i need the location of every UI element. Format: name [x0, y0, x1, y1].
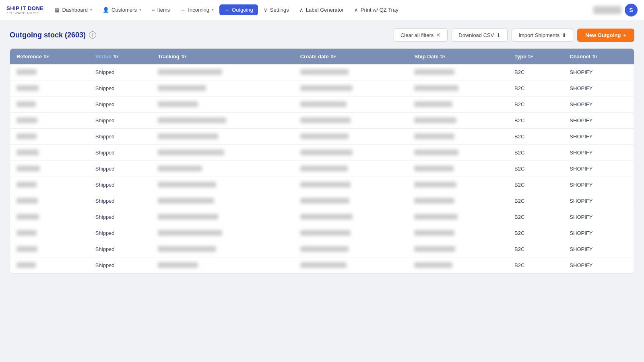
cell-tracking: xxx: [151, 129, 294, 145]
column-label-reference: Reference: [17, 53, 42, 60]
table-row[interactable]: xxxShippedxxxxxxxxxB2CSHOPIFY: [10, 129, 634, 145]
nav-item-label-label-generator: Label Generator: [306, 7, 344, 13]
cell-type: B2C: [508, 129, 563, 145]
cell-tracking: xxx: [151, 177, 294, 193]
cell-channel: SHOPIFY: [563, 80, 634, 97]
customers-icon: 👤: [103, 7, 109, 13]
upload-icon: ⬆: [562, 32, 566, 38]
create-date-value: xxx: [300, 262, 347, 268]
sidebar-item-items[interactable]: ≡ Items: [147, 4, 175, 15]
column-header-ship_date[interactable]: Ship Date ⇅▾: [408, 49, 508, 64]
cell-reference: xxx: [10, 225, 89, 241]
table-row[interactable]: xxxShippedxxxxxxxxxB2CSHOPIFY: [10, 241, 634, 257]
cell-tracking: xxx: [151, 257, 294, 274]
channel-value: SHOPIFY: [570, 214, 592, 220]
cell-type: B2C: [508, 113, 563, 129]
reference-value: xxx: [17, 166, 40, 171]
sidebar-item-dashboard[interactable]: ▦ Dashboard ▾: [50, 4, 97, 15]
column-header-reference[interactable]: Reference ⇅▾: [10, 49, 89, 64]
cell-reference: xxx: [10, 129, 89, 145]
cell-status: Shipped: [89, 64, 151, 80]
cell-ship-date: xxx: [408, 161, 508, 177]
cell-ship-date: xxx: [408, 241, 508, 257]
clear-filters-button[interactable]: Clear all filters ✕: [394, 28, 448, 42]
ship-date-value: xxx: [414, 246, 455, 252]
sort-icon-create_date: ⇅▾: [330, 54, 336, 59]
cell-create-date: xxx: [294, 97, 408, 113]
ship-date-value: xxx: [414, 101, 452, 107]
create-date-value: xxx: [300, 134, 349, 139]
column-header-status[interactable]: Status ⇅▾: [89, 49, 151, 64]
reference-value: xxx: [17, 246, 37, 252]
sidebar-item-customers[interactable]: 👤 Customers ▾: [98, 4, 146, 15]
nav-items: ▦ Dashboard ▾👤 Customers ▾≡ Items ← Inco…: [50, 4, 403, 15]
type-value: B2C: [514, 117, 524, 123]
table-row[interactable]: xxxShippedxxxxxxxxxB2CSHOPIFY: [10, 145, 634, 161]
table-row[interactable]: xxxShippedxxxxxxxxxB2CSHOPIFY: [10, 209, 634, 225]
cell-type: B2C: [508, 64, 563, 80]
type-value: B2C: [514, 198, 524, 204]
sidebar-item-print-qz[interactable]: ∧ Print w/ QZ Tray: [349, 4, 403, 15]
table-row[interactable]: xxxShippedxxxxxxxxxB2CSHOPIFY: [10, 161, 634, 177]
avatar[interactable]: S: [625, 4, 638, 16]
tracking-value: xxx: [158, 69, 222, 75]
cell-create-date: xxx: [294, 193, 408, 209]
new-outgoing-button[interactable]: New Outgoing +: [577, 29, 634, 42]
download-csv-button[interactable]: Download CSV ⬇: [452, 29, 508, 42]
table-row[interactable]: xxxShippedxxxxxxxxxB2CSHOPIFY: [10, 193, 634, 209]
column-header-channel[interactable]: Channel ⇅▾: [563, 49, 634, 64]
close-icon: ✕: [436, 32, 441, 38]
nav-item-label-print-qz: Print w/ QZ Tray: [361, 7, 398, 13]
cell-type: B2C: [508, 257, 563, 274]
table-row[interactable]: xxxShippedxxxxxxxxxB2CSHOPIFY: [10, 177, 634, 193]
cell-tracking: xxx: [151, 145, 294, 161]
sidebar-item-incoming[interactable]: ← Incoming ▾: [175, 4, 219, 15]
cell-reference: xxx: [10, 209, 89, 225]
sidebar-item-settings[interactable]: ∨ Settings: [259, 4, 294, 15]
cell-tracking: xxx: [151, 64, 294, 80]
cell-tracking: xxx: [151, 225, 294, 241]
page-header: Outgoing stock (2603) i Clear all filter…: [10, 28, 634, 42]
create-date-value: xxx: [300, 69, 349, 75]
channel-value: SHOPIFY: [570, 134, 592, 140]
cell-tracking: xxx: [151, 80, 294, 97]
column-header-tracking[interactable]: Tracking ⇅▾: [151, 49, 294, 64]
column-label-ship_date: Ship Date: [414, 53, 438, 60]
channel-value: SHOPIFY: [570, 246, 592, 252]
sort-icon-ship_date: ⇅▾: [440, 54, 445, 59]
cell-status: Shipped: [89, 97, 151, 113]
info-icon[interactable]: i: [89, 31, 96, 39]
status-value: Shipped: [95, 246, 115, 252]
create-date-value: xxx: [300, 117, 351, 123]
status-value: Shipped: [95, 150, 115, 156]
table-header: Reference ⇅▾ Status ⇅▾ Tracking ⇅▾ Creat…: [10, 49, 634, 64]
cell-channel: SHOPIFY: [563, 129, 634, 145]
cell-reference: xxx: [10, 64, 89, 80]
cell-status: Shipped: [89, 129, 151, 145]
table-row[interactable]: xxxShippedxxxxxxxxxB2CSHOPIFY: [10, 64, 634, 80]
sort-icon-reference: ⇅▾: [43, 54, 49, 59]
table-row[interactable]: xxxShippedxxxxxxxxxB2CSHOPIFY: [10, 80, 634, 97]
logo-subtitle: 3PL WAREHOUSE: [6, 11, 43, 15]
settings-icon: ∨: [264, 7, 268, 13]
column-header-type[interactable]: Type ⇅▾: [508, 49, 563, 64]
create-date-value: xxx: [300, 230, 351, 236]
cell-status: Shipped: [89, 193, 151, 209]
sidebar-item-label-generator[interactable]: ∧ Label Generator: [295, 4, 349, 15]
nav-item-label-items: Items: [157, 7, 170, 13]
sidebar-item-outgoing[interactable]: → Outgoing: [219, 4, 258, 15]
dashboard-icon: ▦: [55, 7, 60, 13]
column-label-create_date: Create date: [300, 53, 329, 60]
tracking-value: xxx: [158, 150, 224, 155]
table-row[interactable]: xxxShippedxxxxxxxxxB2CSHOPIFY: [10, 113, 634, 129]
table-row[interactable]: xxxShippedxxxxxxxxxB2CSHOPIFY: [10, 257, 634, 274]
sort-icon-type: ⇅▾: [528, 54, 533, 59]
import-shipments-button[interactable]: Import Shipments ⬆: [512, 29, 573, 42]
user-area: S: [593, 4, 638, 16]
table-row[interactable]: xxxShippedxxxxxxxxxB2CSHOPIFY: [10, 97, 634, 113]
nav-item-label-customers: Customers: [111, 7, 137, 13]
download-icon: ⬇: [496, 32, 501, 38]
table-row[interactable]: xxxShippedxxxxxxxxxB2CSHOPIFY: [10, 225, 634, 241]
column-header-create_date[interactable]: Create date ⇅▾: [294, 49, 408, 64]
status-value: Shipped: [95, 230, 115, 236]
